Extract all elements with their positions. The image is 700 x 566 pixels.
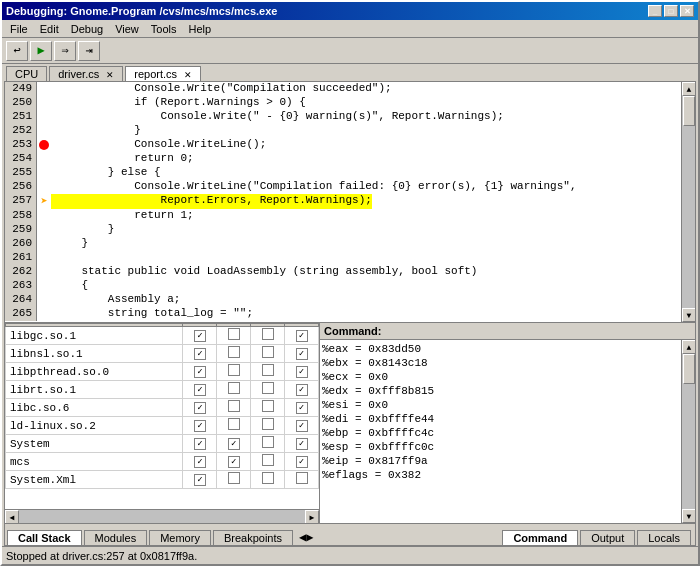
tab-output[interactable]: Output	[580, 530, 635, 545]
module-checkbox[interactable]	[183, 399, 217, 417]
menu-bar: File Edit Debug View Tools Help	[2, 20, 698, 38]
minimize-button[interactable]: _	[648, 5, 662, 17]
module-checkbox[interactable]	[251, 363, 285, 381]
tab-nav-btn[interactable]: ◀▶	[295, 530, 317, 545]
module-checkbox[interactable]	[183, 417, 217, 435]
module-name: libgc.so.1	[6, 327, 183, 345]
menu-debug[interactable]: Debug	[65, 22, 109, 36]
tab-call-stack[interactable]: Call Stack	[7, 530, 82, 545]
cmd-scroll-down[interactable]: ▼	[682, 509, 695, 523]
scroll-h-track[interactable]	[19, 510, 305, 523]
arrow-marker: ➤	[37, 194, 51, 209]
maximize-button[interactable]: □	[664, 5, 678, 17]
module-checkbox[interactable]	[217, 381, 251, 399]
scroll-down-btn[interactable]: ▼	[682, 308, 695, 322]
module-checkbox[interactable]	[285, 435, 319, 453]
module-name: libpthread.so.0	[6, 363, 183, 381]
module-checkbox[interactable]	[217, 417, 251, 435]
code-scrollbar-v[interactable]: ▲ ▼	[681, 82, 695, 322]
left-panel: libgc.so.1libnsl.so.1libpthread.so.0libr…	[5, 323, 320, 523]
code-line: 253 Console.WriteLine();	[5, 138, 681, 152]
module-checkbox[interactable]	[251, 453, 285, 471]
code-line: 258 return 1;	[5, 209, 681, 223]
module-checkbox[interactable]	[251, 471, 285, 489]
code-line: 250 if (Report.Warnings > 0) {	[5, 96, 681, 110]
scroll-right-btn[interactable]: ▶	[305, 510, 319, 523]
module-checkbox[interactable]	[183, 381, 217, 399]
scroll-thumb[interactable]	[683, 96, 695, 126]
module-checkbox[interactable]	[251, 381, 285, 399]
menu-file[interactable]: File	[4, 22, 34, 36]
line-content	[51, 251, 55, 265]
toolbar-btn-2[interactable]: ▶	[30, 41, 52, 61]
module-checkbox[interactable]	[217, 453, 251, 471]
module-checkbox[interactable]	[183, 345, 217, 363]
cmd-scroll-thumb[interactable]	[683, 354, 695, 384]
module-name: librt.so.1	[6, 381, 183, 399]
module-checkbox[interactable]	[217, 345, 251, 363]
module-checkbox[interactable]	[251, 399, 285, 417]
module-checkbox[interactable]	[183, 327, 217, 345]
module-checkbox[interactable]	[285, 327, 319, 345]
tab-driver[interactable]: driver.cs ✕	[49, 66, 123, 81]
modules-row: ld-linux.so.2	[6, 417, 319, 435]
module-name: libnsl.so.1	[6, 345, 183, 363]
module-checkbox[interactable]	[183, 435, 217, 453]
code-line: 252 }	[5, 124, 681, 138]
tab-locals[interactable]: Locals	[637, 530, 691, 545]
line-number: 252	[5, 124, 37, 138]
tab-memory[interactable]: Memory	[149, 530, 211, 545]
module-checkbox[interactable]	[217, 471, 251, 489]
module-checkbox[interactable]	[285, 471, 319, 489]
close-button[interactable]: ✕	[680, 5, 694, 17]
modules-row: mcs	[6, 453, 319, 471]
scroll-track[interactable]	[682, 96, 695, 308]
module-checkbox[interactable]	[183, 471, 217, 489]
menu-edit[interactable]: Edit	[34, 22, 65, 36]
module-checkbox[interactable]	[183, 363, 217, 381]
status-text: Stopped at driver.cs:257 at 0x0817ff9a.	[6, 550, 197, 562]
tab-modules[interactable]: Modules	[84, 530, 148, 545]
line-content: Report.Errors, Report.Warnings);	[51, 194, 372, 209]
empty-marker	[37, 251, 51, 265]
module-checkbox[interactable]	[285, 399, 319, 417]
tab-report-close[interactable]: ✕	[184, 70, 192, 80]
tab-command[interactable]: Command	[502, 530, 578, 545]
module-checkbox[interactable]	[217, 399, 251, 417]
line-content: }	[51, 124, 141, 138]
toolbar-btn-1[interactable]: ↩	[6, 41, 28, 61]
module-checkbox[interactable]	[183, 453, 217, 471]
module-checkbox[interactable]	[217, 327, 251, 345]
tab-breakpoints[interactable]: Breakpoints	[213, 530, 293, 545]
menu-help[interactable]: Help	[182, 22, 217, 36]
module-checkbox[interactable]	[251, 417, 285, 435]
module-checkbox[interactable]	[285, 453, 319, 471]
cmd-scroll-track[interactable]	[682, 354, 695, 509]
modules-row: libnsl.so.1	[6, 345, 319, 363]
empty-marker	[37, 152, 51, 166]
module-checkbox[interactable]	[285, 417, 319, 435]
menu-tools[interactable]: Tools	[145, 22, 183, 36]
scroll-left-btn[interactable]: ◀	[5, 510, 19, 523]
module-checkbox[interactable]	[285, 381, 319, 399]
toolbar-btn-3[interactable]: ⇒	[54, 41, 76, 61]
tab-cpu[interactable]: CPU	[6, 66, 47, 81]
module-checkbox[interactable]	[217, 363, 251, 381]
tab-report[interactable]: report.cs ✕	[125, 66, 201, 81]
empty-marker	[37, 307, 51, 321]
command-scrollbar-v[interactable]: ▲ ▼	[681, 340, 695, 523]
modules-scrollbar-h[interactable]: ◀ ▶	[5, 509, 319, 523]
toolbar-btn-4[interactable]: ⇥	[78, 41, 100, 61]
editor-tabs: CPU driver.cs ✕ report.cs ✕	[2, 64, 698, 81]
module-checkbox[interactable]	[217, 435, 251, 453]
scroll-up-btn[interactable]: ▲	[682, 82, 695, 96]
cmd-scroll-up[interactable]: ▲	[682, 340, 695, 354]
tab-driver-close[interactable]: ✕	[106, 70, 114, 80]
module-checkbox[interactable]	[251, 435, 285, 453]
menu-view[interactable]: View	[109, 22, 145, 36]
status-bar: Stopped at driver.cs:257 at 0x0817ff9a.	[2, 546, 698, 564]
module-checkbox[interactable]	[251, 345, 285, 363]
module-checkbox[interactable]	[285, 345, 319, 363]
module-checkbox[interactable]	[285, 363, 319, 381]
module-checkbox[interactable]	[251, 327, 285, 345]
